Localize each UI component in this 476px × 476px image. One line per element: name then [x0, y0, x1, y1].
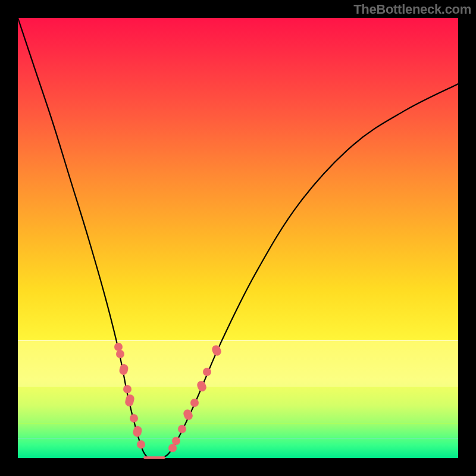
bottleneck-curve-path: [18, 18, 458, 459]
highlight-dot: [116, 350, 124, 358]
highlight-dot: [130, 414, 138, 422]
watermark-text: TheBottleneck.com: [353, 2, 471, 17]
min-flat-segment: [143, 456, 165, 459]
bottleneck-curve: [18, 18, 458, 459]
highlight-dot: [123, 385, 131, 393]
plot-area: [18, 18, 458, 458]
curve-svg: [18, 18, 458, 458]
